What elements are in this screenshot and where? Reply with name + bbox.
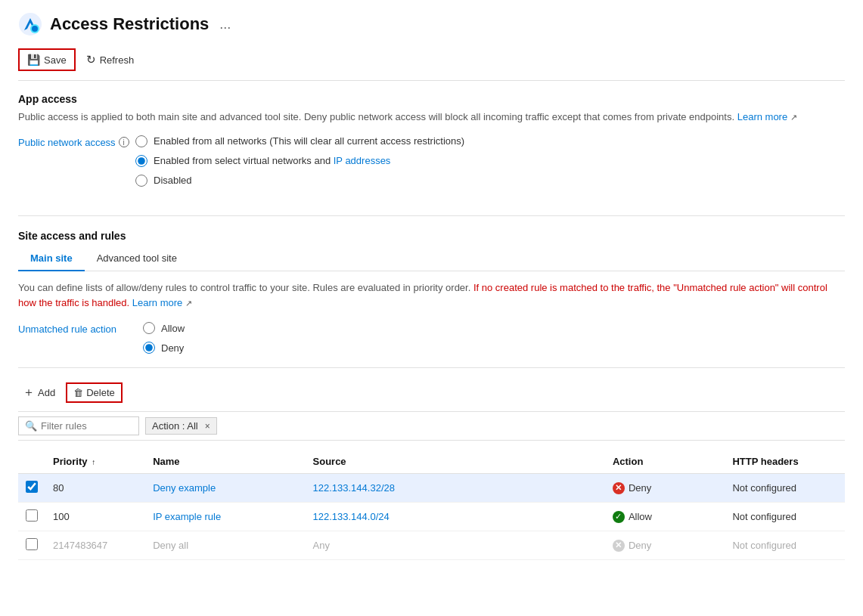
action-toolbar: ＋ Add 🗑 Delete bbox=[18, 382, 845, 404]
public-network-option-1-label: Enabled from all networks (This will cle… bbox=[154, 135, 464, 147]
header-more-icon[interactable]: ... bbox=[219, 17, 231, 33]
row3-name: Deny all bbox=[145, 531, 305, 560]
page-title: Access Restrictions bbox=[50, 14, 209, 34]
unmatched-deny-label: Deny bbox=[161, 342, 184, 354]
row1-action-badge: ✕ Deny bbox=[613, 482, 651, 494]
site-access-section: Site access and rules Main site Advanced… bbox=[18, 230, 845, 354]
col-name: Name bbox=[145, 450, 305, 474]
external-link-icon: ↗ bbox=[790, 113, 797, 122]
action-filter-tag[interactable]: Action : All × bbox=[145, 417, 217, 435]
save-button[interactable]: 💾 Save bbox=[18, 48, 76, 71]
delete-label: Delete bbox=[86, 387, 115, 398]
public-network-option-1[interactable]: Enabled from all networks (This will cle… bbox=[135, 135, 464, 147]
row1-checkbox-cell[interactable] bbox=[18, 474, 45, 503]
unmatched-rule-row: Unmatched rule action Allow Deny bbox=[18, 322, 845, 354]
unmatched-radio-group: Allow Deny bbox=[143, 322, 185, 354]
page-header: Access Restrictions ... bbox=[18, 12, 845, 36]
unmatched-allow-label: Allow bbox=[161, 323, 185, 334]
public-network-radio-2[interactable] bbox=[135, 155, 147, 167]
row2-http-headers: Not configured bbox=[725, 503, 845, 531]
public-network-option-3-label: Disabled bbox=[154, 175, 192, 186]
col-priority[interactable]: Priority ↑ bbox=[45, 450, 145, 474]
delete-icon: 🗑 bbox=[73, 387, 83, 398]
rules-desc-text1: You can define lists of allow/deny rules… bbox=[18, 282, 473, 293]
filter-bar: 🔍 Action : All × bbox=[18, 411, 845, 441]
row2-name-link[interactable]: IP example rule bbox=[153, 511, 221, 522]
table-row[interactable]: 100 IP example rule 122.133.144.0/24 ✓ A… bbox=[18, 503, 845, 531]
row1-http-headers: Not configured bbox=[725, 474, 845, 503]
public-network-radio-group: Enabled from all networks (This will cle… bbox=[135, 135, 464, 187]
unmatched-deny-option[interactable]: Deny bbox=[143, 342, 185, 354]
app-access-desc: Public access is applied to both main si… bbox=[18, 110, 845, 125]
row3-http-headers: Not configured bbox=[725, 531, 845, 560]
tab-main-site[interactable]: Main site bbox=[18, 246, 85, 271]
unmatched-allow-option[interactable]: Allow bbox=[143, 322, 185, 334]
row1-source[interactable]: 122.133.144.32/28 bbox=[306, 474, 605, 503]
filter-input-wrap[interactable]: 🔍 bbox=[18, 416, 139, 435]
action-filter-close-icon[interactable]: × bbox=[205, 421, 210, 432]
refresh-label: Refresh bbox=[100, 54, 135, 66]
row3-action-badge: ✕ Deny bbox=[613, 540, 651, 552]
row2-checkbox[interactable] bbox=[26, 509, 38, 522]
row1-name-link[interactable]: Deny example bbox=[153, 482, 216, 494]
public-network-label: Public network access i bbox=[18, 135, 135, 154]
col-action: Action bbox=[605, 450, 725, 474]
tab-advanced-tool-site[interactable]: Advanced tool site bbox=[85, 246, 189, 271]
refresh-button[interactable]: ↻ Refresh bbox=[79, 49, 142, 70]
row2-name[interactable]: IP example rule bbox=[145, 503, 305, 531]
rules-learn-more-link[interactable]: Learn more bbox=[132, 297, 182, 308]
rules-learn-more-ext-icon: ↗ bbox=[185, 299, 192, 308]
search-icon: 🔍 bbox=[25, 420, 37, 432]
row2-action: ✓ Allow bbox=[605, 503, 725, 531]
section-divider-2 bbox=[18, 367, 845, 368]
row2-priority: 100 bbox=[45, 503, 145, 531]
table-row[interactable]: 80 Deny example 122.133.144.32/28 ✕ Deny… bbox=[18, 474, 845, 503]
row2-source-link[interactable]: 122.133.144.0/24 bbox=[313, 511, 390, 522]
allow-icon-2: ✓ bbox=[613, 511, 625, 523]
row2-source[interactable]: 122.133.144.0/24 bbox=[306, 503, 605, 531]
svg-point-0 bbox=[19, 13, 42, 36]
priority-sort-icon: ↑ bbox=[92, 458, 95, 466]
public-network-radio-3[interactable] bbox=[135, 175, 147, 187]
add-button[interactable]: ＋ Add bbox=[18, 382, 60, 404]
row3-priority: 2147483647 bbox=[45, 531, 145, 560]
public-network-option-3[interactable]: Disabled bbox=[135, 175, 464, 187]
row2-action-badge: ✓ Allow bbox=[613, 511, 652, 523]
app-access-title: App access bbox=[18, 93, 845, 105]
app-access-desc-text: Public access is applied to both main si… bbox=[18, 111, 734, 122]
row1-name[interactable]: Deny example bbox=[145, 474, 305, 503]
delete-button[interactable]: 🗑 Delete bbox=[66, 382, 123, 403]
toolbar: 💾 Save ↻ Refresh bbox=[18, 48, 845, 81]
filter-rules-input[interactable] bbox=[41, 420, 132, 432]
deny-icon-3: ✕ bbox=[613, 540, 625, 552]
public-network-radio-1[interactable] bbox=[135, 135, 147, 147]
public-network-row: Public network access i Enabled from all… bbox=[18, 135, 845, 202]
row3-source: Any bbox=[306, 531, 605, 560]
row3-action: ✕ Deny bbox=[605, 531, 725, 560]
ip-addresses-link[interactable]: IP addresses bbox=[334, 155, 391, 166]
unmatched-deny-radio[interactable] bbox=[143, 342, 155, 354]
row3-checkbox-cell[interactable] bbox=[18, 531, 45, 560]
table-row[interactable]: 2147483647 Deny all Any ✕ Deny Not confi… bbox=[18, 531, 845, 560]
row1-priority: 80 bbox=[45, 474, 145, 503]
public-network-option-2-label: Enabled from select virtual networks and… bbox=[154, 155, 390, 166]
public-network-option-2[interactable]: Enabled from select virtual networks and… bbox=[135, 155, 464, 167]
svg-point-3 bbox=[32, 26, 38, 32]
azure-logo-icon bbox=[18, 12, 42, 36]
row2-checkbox-cell[interactable] bbox=[18, 503, 45, 531]
unmatched-allow-radio[interactable] bbox=[143, 322, 155, 334]
row1-checkbox[interactable] bbox=[26, 481, 38, 493]
app-access-section: App access Public access is applied to b… bbox=[18, 93, 845, 202]
refresh-icon: ↻ bbox=[86, 53, 96, 67]
add-label: Add bbox=[38, 387, 55, 398]
public-network-field-label: Public network access i bbox=[18, 137, 135, 148]
save-label: Save bbox=[44, 54, 67, 66]
public-network-info-icon[interactable]: i bbox=[119, 137, 129, 147]
col-source: Source bbox=[306, 450, 605, 474]
row1-source-link[interactable]: 122.133.144.32/28 bbox=[313, 482, 395, 494]
row1-action: ✕ Deny bbox=[605, 474, 725, 503]
deny-icon-1: ✕ bbox=[613, 482, 625, 494]
row3-checkbox[interactable] bbox=[26, 538, 38, 550]
rules-description: You can define lists of allow/deny rules… bbox=[18, 280, 845, 312]
app-access-learn-more-link[interactable]: Learn more bbox=[737, 111, 787, 122]
